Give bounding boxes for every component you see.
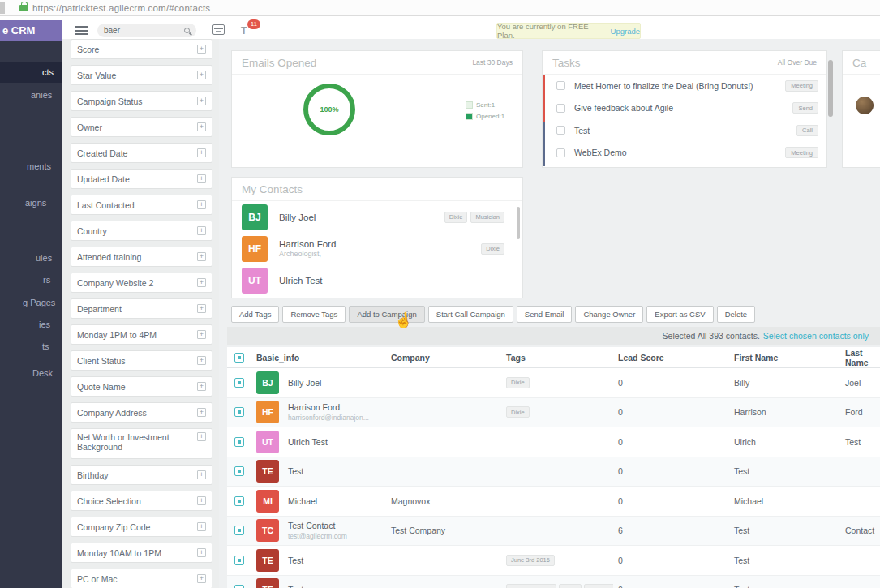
- add-filter-icon[interactable]: +: [197, 122, 206, 131]
- column-header-first-name[interactable]: First Name: [729, 353, 840, 363]
- column-header-tags[interactable]: Tags: [501, 353, 613, 363]
- add-filter-icon[interactable]: +: [197, 330, 206, 339]
- table-row[interactable]: MIMichaelMagnovox0Michael: [227, 487, 880, 517]
- filter-field-department[interactable]: Department+: [71, 298, 212, 319]
- sidebar-item-activities[interactable]: ies: [0, 314, 62, 335]
- row-checkbox[interactable]: [234, 585, 244, 588]
- user-avatar[interactable]: [856, 97, 874, 114]
- add-filter-icon[interactable]: +: [197, 356, 206, 365]
- add-filter-icon[interactable]: +: [197, 200, 206, 209]
- add-filter-icon[interactable]: +: [197, 548, 206, 557]
- sidebar-item-companies[interactable]: anies: [0, 84, 62, 105]
- delete-button[interactable]: Delete: [717, 306, 755, 323]
- row-checkbox[interactable]: [234, 378, 244, 388]
- task-checkbox[interactable]: [556, 148, 565, 157]
- column-header-last-name[interactable]: Last Name: [840, 348, 880, 367]
- filter-field-monday-10am-to-1pm[interactable]: Monday 10AM to 1PM+: [71, 543, 212, 563]
- row-checkbox[interactable]: [234, 437, 244, 447]
- table-row[interactable]: HFHarrison Fordharrisonford@indianajon..…: [227, 398, 880, 428]
- sidebar-item-campaigns[interactable]: aigns: [0, 192, 62, 213]
- my-contact-item[interactable]: HFHarrison FordArcheologist,Dixie: [232, 233, 522, 264]
- row-checkbox[interactable]: [234, 407, 244, 417]
- add-filter-icon[interactable]: +: [197, 470, 206, 479]
- task-item[interactable]: TestCall: [543, 119, 826, 142]
- filter-field-company-zip-code[interactable]: Company Zip Code+: [71, 517, 212, 537]
- add-filter-icon[interactable]: +: [197, 71, 206, 79]
- filter-field-net-worth-or-investment-background[interactable]: Net Worth or Investment Background+: [71, 428, 212, 459]
- filter-field-company-website-2[interactable]: Company Website 2+: [71, 273, 212, 293]
- search-icon[interactable]: [184, 28, 190, 33]
- my-contact-item[interactable]: BJBilly JoelDixieMusician: [232, 201, 522, 233]
- task-checkbox[interactable]: [556, 81, 565, 90]
- table-row[interactable]: TETestJune 3rd 20160Test: [227, 546, 880, 576]
- column-header-company[interactable]: Company: [386, 353, 501, 363]
- task-item[interactable]: Give feedback about AgileSend: [543, 97, 826, 120]
- my-contacts-scrollbar[interactable]: [517, 207, 520, 239]
- add-filter-icon[interactable]: +: [197, 522, 206, 531]
- dashboard-scrollbar[interactable]: [828, 60, 833, 117]
- filter-field-updated-date[interactable]: Updated Date+: [71, 169, 212, 189]
- select-chosen-contacts-link[interactable]: Select chosen contacts only: [763, 331, 869, 341]
- add-filter-icon[interactable]: +: [197, 432, 206, 441]
- filter-field-score[interactable]: Score+: [71, 39, 212, 59]
- filter-field-star-value[interactable]: Star Value+: [71, 65, 212, 85]
- filter-field-client-status[interactable]: Client Status+: [71, 350, 212, 371]
- add-filter-icon[interactable]: +: [197, 496, 206, 505]
- list-view-icon[interactable]: [75, 26, 88, 35]
- add-tags-button[interactable]: Add Tags: [231, 306, 279, 323]
- sidebar-item-contacts[interactable]: cts: [0, 62, 62, 83]
- filter-field-attended-training[interactable]: Attended training+: [71, 247, 212, 267]
- add-filter-icon[interactable]: +: [197, 252, 206, 261]
- filter-field-company-address[interactable]: Company Address+: [71, 402, 212, 423]
- column-header-basic-info[interactable]: Basic_info: [251, 353, 386, 363]
- table-row[interactable]: TETest0Test: [227, 457, 880, 487]
- add-filter-icon[interactable]: +: [197, 408, 206, 417]
- task-checkbox[interactable]: [556, 104, 565, 113]
- column-header-lead-score[interactable]: Lead Score: [613, 353, 729, 363]
- calendar-icon[interactable]: [212, 24, 225, 35]
- notification-badge[interactable]: 11: [247, 19, 260, 29]
- remove-tags-button[interactable]: Remove Tags: [282, 306, 346, 323]
- table-row[interactable]: BJBilly JoelDixie0BillyJoel: [227, 368, 880, 398]
- filter-field-birthday[interactable]: Birthday+: [71, 465, 212, 485]
- browser-address-bar[interactable]: https://patricktest.agilecrm.com/#contac…: [0, 0, 880, 16]
- add-to-campaign-button[interactable]: Add to Campaign: [349, 306, 424, 323]
- filter-field-pc-or-mac[interactable]: PC or Mac+: [71, 569, 212, 588]
- filter-field-owner[interactable]: Owner+: [71, 117, 212, 137]
- filter-field-choice-selection[interactable]: Choice Selection+: [71, 491, 212, 511]
- ssl-lock-icon[interactable]: [19, 5, 28, 11]
- add-filter-icon[interactable]: +: [197, 148, 206, 157]
- search-input[interactable]: [104, 26, 177, 35]
- sidebar-item-triggers[interactable]: rs: [0, 269, 62, 290]
- select-all-checkbox[interactable]: [234, 353, 244, 363]
- task-checkbox[interactable]: [556, 126, 565, 135]
- my-contact-item[interactable]: UTUlrich Test: [232, 264, 522, 296]
- table-row[interactable]: UTUlrich Test0UlrichTest: [227, 427, 880, 457]
- row-checkbox[interactable]: [234, 496, 244, 506]
- send-email-button[interactable]: Send Email: [517, 306, 573, 323]
- row-checkbox[interactable]: [234, 526, 244, 535]
- sidebar-item-reports[interactable]: ts: [0, 336, 62, 357]
- sidebar-item-rules[interactable]: ules: [0, 247, 62, 268]
- add-filter-icon[interactable]: +: [197, 174, 206, 183]
- add-filter-icon[interactable]: +: [197, 97, 206, 105]
- search-box[interactable]: [97, 24, 196, 37]
- sidebar-item-documents[interactable]: ments: [0, 156, 62, 177]
- table-row[interactable]: TETestE3 ConferenceCEOJune 3rd ...0Test: [227, 576, 880, 588]
- sidebar-item-landing-pages[interactable]: g Pages: [0, 292, 62, 313]
- start-call-campaign-button[interactable]: Start Call Campaign: [428, 306, 513, 323]
- add-filter-icon[interactable]: +: [197, 304, 206, 313]
- filter-field-quote-name[interactable]: Quote Name+: [71, 376, 212, 397]
- app-logo[interactable]: e CRM: [0, 20, 62, 41]
- filter-field-last-contacted[interactable]: Last Contacted+: [71, 195, 212, 215]
- filter-field-created-date[interactable]: Created Date+: [71, 143, 212, 163]
- tasks-filter-label[interactable]: All Over Due: [778, 58, 817, 67]
- filter-field-monday-1pm-to-4pm[interactable]: Monday 1PM to 4PM+: [71, 324, 212, 345]
- table-row[interactable]: TCTest Contacttest@agilecrm.comTest Comp…: [227, 517, 880, 547]
- add-filter-icon[interactable]: +: [197, 574, 206, 583]
- upgrade-link[interactable]: Upgrade: [611, 27, 640, 36]
- task-item[interactable]: Meet Homer to finalize the Deal (Bring D…: [543, 75, 826, 97]
- add-filter-icon[interactable]: +: [197, 278, 206, 287]
- task-item[interactable]: WebEx DemoMeeting: [543, 142, 826, 165]
- row-checkbox[interactable]: [234, 466, 244, 476]
